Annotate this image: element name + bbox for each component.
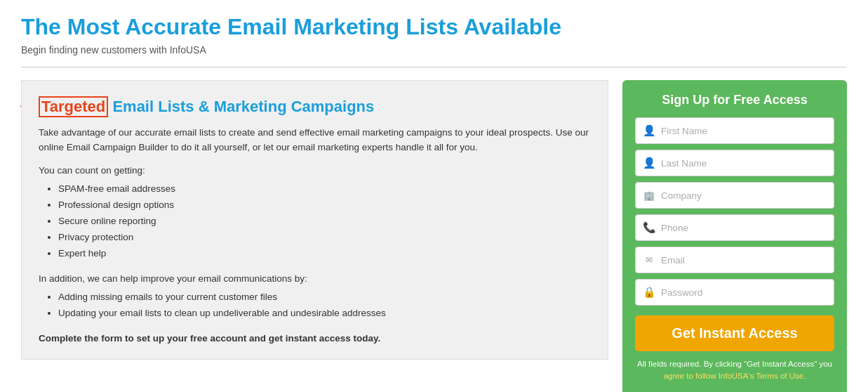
panel-list-label: You can count on getting: (39, 165, 591, 176)
list-item: SPAM-free email addresses (58, 181, 591, 197)
page-wrapper: The Most Accurate Email Marketing Lists … (0, 0, 868, 392)
first-name-input[interactable] (661, 126, 827, 136)
list-item: Professional design options (58, 197, 591, 214)
list-item: Adding missing emails to your current cu… (58, 289, 591, 306)
email-field: ✉ (635, 247, 834, 273)
phone-field: 📞 (635, 214, 834, 241)
email-icon: ✉ (643, 255, 655, 265)
building-icon: 🏢 (643, 190, 655, 201)
panel-cta: Complete the form to set up your free ac… (39, 333, 591, 344)
terms-link[interactable]: agree to follow InfoUSA's Terms of Use (664, 372, 804, 380)
password-field: 🔒 (635, 279, 834, 306)
lock-icon: 🔒 (643, 286, 655, 299)
password-input[interactable] (661, 287, 827, 298)
help-list: Adding missing emails to your current cu… (39, 289, 591, 322)
form-note: All fields required. By clicking "Get In… (635, 358, 834, 383)
first-name-field: 👤 (635, 117, 834, 144)
phone-icon: 📞 (643, 221, 655, 234)
divider (21, 67, 847, 67)
main-list: SPAM-free email addresses Professional d… (39, 181, 591, 262)
panel-heading-rest: Email Lists & Marketing Campaigns (108, 98, 374, 115)
person-icon: 👤 (643, 124, 655, 137)
last-name-input[interactable] (661, 158, 827, 169)
page-title: The Most Accurate Email Marketing Lists … (21, 14, 847, 40)
help-label: In addition, we can help improve your em… (39, 273, 591, 284)
list-item: Updating your email lists to clean up un… (58, 306, 591, 322)
phone-input[interactable] (661, 223, 827, 233)
form-note-text: All fields required. By clicking "Get In… (637, 360, 832, 368)
left-panel: Targeted Email Lists & Marketing Campaig… (21, 80, 608, 360)
list-item: Privacy protection (58, 230, 591, 246)
right-panel: Sign Up for Free Access 👤 👤 🏢 📞 (622, 80, 847, 392)
email-input[interactable] (661, 255, 827, 266)
form-note-end: . (803, 372, 806, 380)
get-instant-access-button[interactable]: Get Instant Access (635, 315, 834, 351)
list-item: Secure online reporting (58, 214, 591, 230)
panel-description: Take advantage of our accurate email lis… (39, 126, 591, 155)
targeted-highlight: Targeted (39, 96, 108, 117)
page-subtitle: Begin finding new customers with InfoUSA (21, 44, 847, 55)
main-content: Targeted Email Lists & Marketing Campaig… (21, 80, 847, 392)
company-field: 🏢 (635, 182, 834, 209)
last-name-field: 👤 (635, 150, 834, 176)
signup-title: Sign Up for Free Access (635, 93, 834, 107)
company-input[interactable] (661, 190, 827, 201)
panel-heading: Targeted Email Lists & Marketing Campaig… (39, 96, 591, 117)
person-icon: 👤 (643, 157, 655, 169)
list-item: Expert help (58, 246, 591, 262)
